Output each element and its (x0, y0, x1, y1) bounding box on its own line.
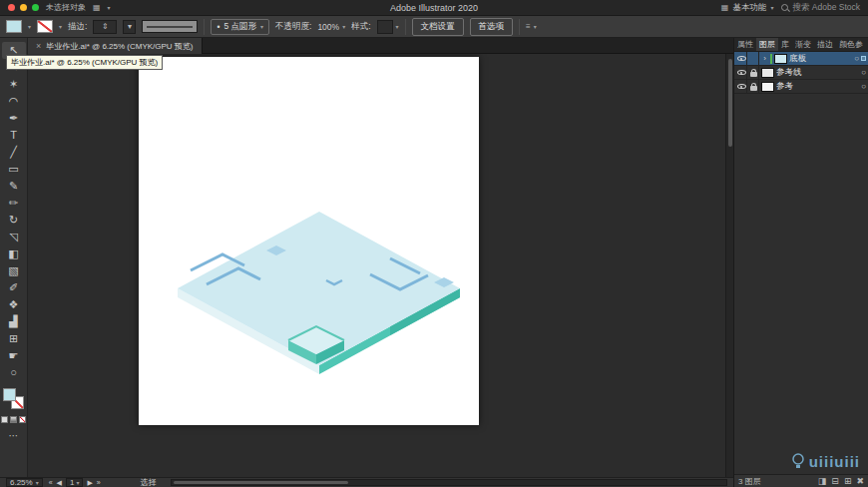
zoom-button[interactable] (32, 4, 39, 11)
horizontal-scrollbar-thumb[interactable] (174, 481, 348, 484)
layer-row-guides[interactable]: 参考线 ○ (734, 66, 868, 80)
lock-cell[interactable] (749, 66, 759, 79)
panel-tabs: 属性 图层 库 渐变 描边 颜色参 (734, 38, 868, 52)
horizontal-scrollbar[interactable] (171, 479, 727, 486)
layer-thumbnail (761, 82, 774, 92)
artboard-navigation: « ◀ 1 ▾ ▶ » (49, 478, 101, 487)
more-options[interactable]: ≡ ▾ (526, 22, 537, 31)
stroke-color-caret-icon[interactable]: ▾ (59, 23, 62, 30)
layer-row-base[interactable]: › 底板 ○ (734, 52, 868, 66)
artwork-canvas[interactable] (139, 57, 479, 425)
line-segment-tool[interactable]: ╱ (2, 144, 26, 161)
lasso-tool[interactable]: ◠ (2, 93, 26, 110)
visibility-cell[interactable] (736, 80, 747, 93)
minimize-button[interactable] (20, 4, 27, 11)
document-tab[interactable]: × 毕业作业.ai* @ 6.25% (CMYK/GPU 预览) (28, 38, 203, 54)
selection-chip[interactable] (861, 56, 866, 61)
blend-tool[interactable]: ❖ (2, 296, 26, 313)
artboard[interactable] (139, 57, 479, 425)
color-chip[interactable] (1, 416, 8, 423)
make-mask-icon[interactable]: ◨ (818, 476, 827, 486)
close-tab-icon[interactable]: × (36, 41, 41, 51)
vertical-scrollbar-thumb[interactable] (728, 59, 732, 147)
target-circle-icon[interactable]: ○ (861, 68, 866, 77)
fill-well[interactable] (3, 388, 16, 401)
tab-gradient[interactable]: 渐变 (792, 38, 814, 51)
gradient-chip[interactable] (10, 416, 17, 423)
tab-color-guide[interactable]: 颜色参 (836, 38, 866, 51)
scale-tool[interactable]: ◹ (2, 229, 26, 245)
rotate-tool[interactable]: ↻ (2, 212, 26, 229)
layer-name: 参考 (776, 81, 859, 93)
workspace-label: 基本功能 (732, 2, 766, 14)
app-title: Adobe Illustrator 2020 (390, 3, 478, 13)
chevron-down-icon: ▾ (770, 4, 773, 11)
tab-layers[interactable]: 图层 (756, 38, 778, 51)
chevron-down-icon: ▾ (534, 23, 537, 30)
chevron-down-icon[interactable]: ▾ (108, 4, 111, 11)
rectangle-tool[interactable]: ▭ (2, 161, 26, 178)
new-layer-icon[interactable]: ⊞ (844, 476, 852, 486)
stroke-profile-select[interactable] (142, 20, 198, 33)
expand-chevron-icon[interactable]: › (761, 54, 768, 63)
artboard-number-select[interactable]: 1 ▾ (66, 478, 83, 487)
stroke-weight-stepper[interactable]: ⇕ (93, 20, 117, 34)
layer-name: 参考线 (776, 67, 859, 79)
delete-layer-icon[interactable]: ✖ (856, 476, 864, 486)
tab-stroke[interactable]: 描边 (814, 38, 836, 51)
target-circle-icon[interactable]: ○ (854, 54, 859, 63)
pen-tool[interactable]: ✒ (2, 110, 26, 127)
layer-thumbnail (761, 68, 774, 78)
first-artboard-icon[interactable]: « (49, 479, 53, 486)
artboard-tool[interactable]: ⊞ (2, 330, 26, 347)
last-artboard-icon[interactable]: » (97, 479, 101, 486)
style-select[interactable]: ▾ (377, 20, 399, 34)
magic-wand-tool[interactable]: ✶ (2, 76, 26, 93)
zoom-tool[interactable]: ○ (2, 364, 26, 381)
chevron-down-icon: ▾ (76, 479, 79, 486)
stroke-weight-caret[interactable]: ▾ (123, 20, 136, 34)
preferences-button[interactable]: 首选项 (470, 18, 514, 36)
fill-color-swatch[interactable] (6, 20, 22, 33)
paintbrush-tool[interactable]: ✎ (2, 178, 26, 195)
right-panel-dock: 属性 图层 库 渐变 描边 颜色参 › 底板 ○ 参考线 ○ (733, 38, 868, 487)
edit-toolbar-ellipsis[interactable]: ⋯ (9, 430, 19, 441)
document-setup-button[interactable]: 文档设置 (412, 18, 464, 36)
new-sublayer-icon[interactable]: ⊟ (831, 476, 839, 486)
none-chip[interactable] (19, 416, 26, 423)
stroke-profile-preview (147, 26, 193, 28)
stock-search[interactable]: 搜索 Adobe Stock (781, 2, 860, 14)
align-options-icon: ≡ (526, 22, 531, 31)
close-button[interactable] (8, 4, 15, 11)
vertical-scrollbar[interactable] (725, 54, 733, 478)
graph-tool[interactable]: ▟ (2, 313, 26, 330)
shape-builder-tool[interactable]: ◧ (2, 245, 26, 262)
type-tool[interactable]: T (2, 127, 26, 144)
canvas[interactable] (28, 54, 725, 478)
workspace-switcher[interactable]: ▦ 基本功能 ▾ (721, 2, 774, 14)
gradient-tool[interactable]: ▧ (2, 262, 26, 279)
target-circle-icon[interactable]: ○ (861, 82, 866, 91)
visibility-cell[interactable] (736, 52, 747, 65)
layer-row-reference[interactable]: 参考 ○ (734, 80, 868, 94)
app-home-icon[interactable]: ▦ (93, 3, 101, 12)
brush-definition-select[interactable]: • 5 点圆形 ▾ (211, 19, 269, 35)
hand-tool[interactable]: ☛ (2, 347, 26, 364)
fill-color-caret-icon[interactable]: ▾ (28, 23, 31, 30)
lightbulb-icon (791, 453, 805, 470)
next-artboard-icon[interactable]: ▶ (87, 479, 92, 487)
visibility-cell[interactable] (736, 66, 747, 79)
tab-libraries[interactable]: 库 (778, 38, 792, 51)
opacity-select[interactable]: 100% ▾ (317, 22, 345, 32)
zoom-level-select[interactable]: 6.25% ▾ (6, 478, 43, 487)
tab-properties[interactable]: 属性 (734, 38, 756, 51)
eyedropper-tool[interactable]: ✐ (2, 279, 26, 296)
status-readout: 选择 (141, 477, 157, 487)
lock-cell[interactable] (749, 52, 759, 65)
stroke-color-swatch[interactable] (37, 20, 53, 33)
pencil-tool[interactable]: ✏ (2, 195, 26, 212)
lock-cell[interactable] (749, 80, 759, 93)
search-placeholder: 搜索 Adobe Stock (792, 2, 860, 14)
layer-count: 3 图层 (738, 476, 761, 487)
prev-artboard-icon[interactable]: ◀ (57, 479, 62, 487)
